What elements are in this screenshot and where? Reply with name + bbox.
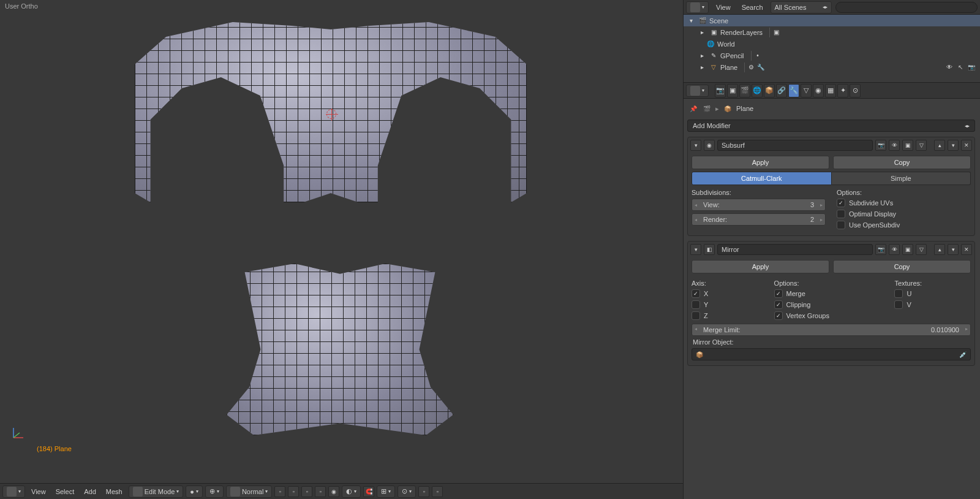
outliner-display-mode[interactable]: All Scenes◂▸ [771, 1, 832, 13]
eyedropper-icon[interactable]: 💉 [958, 349, 968, 359]
pivot-selector[interactable]: ⊕ ▾ [205, 486, 224, 498]
outliner-search-field[interactable] [835, 2, 978, 13]
move-down-button[interactable]: ▾ [948, 244, 959, 255]
render-subdivisions-field[interactable]: Render:2 [692, 213, 826, 226]
simple-option[interactable]: Simple [832, 172, 971, 185]
outliner-menu-search[interactable]: Search [738, 1, 767, 13]
mirror-icon: ◧ [704, 244, 715, 255]
display-editmode-toggle[interactable]: ▣ [902, 140, 913, 151]
select-mode-vertex[interactable]: ▫ [274, 486, 285, 497]
tree-scene[interactable]: ▾ 🎬 Scene [684, 15, 980, 26]
texture-v-checkbox[interactable] [894, 300, 903, 309]
outliner-menu-view[interactable]: View [712, 1, 734, 13]
disclosure-icon[interactable]: ▸ [697, 28, 707, 37]
tab-texture[interactable]: ▦ [825, 84, 836, 97]
breadcrumb-object[interactable]: Plane [736, 105, 753, 112]
collapse-toggle[interactable]: ▾ [690, 244, 701, 255]
properties-editor-type[interactable]: ▾ [686, 85, 709, 97]
close-icon[interactable]: ✕ [961, 244, 972, 255]
apply-button[interactable]: Apply [692, 156, 829, 169]
subdivide-uvs-checkbox[interactable] [837, 199, 845, 207]
tab-renderlayers[interactable]: ▣ [727, 84, 738, 97]
axis-y-checkbox[interactable] [692, 300, 700, 309]
modifier-name-field[interactable]: Mirror [717, 244, 873, 255]
modifier-name-field[interactable]: Subsurf [717, 140, 873, 151]
tab-modifiers[interactable]: 🔧 [788, 84, 799, 97]
display-render-toggle[interactable]: 📷 [875, 140, 886, 151]
tab-constraints[interactable]: 🔗 [776, 84, 787, 97]
outliner-tree[interactable]: ▾ 🎬 Scene ▸ ▣ RenderLayers ▣ 🌐 World ▸ ✎… [684, 15, 980, 82]
axis-x-checkbox[interactable] [692, 289, 700, 298]
disclosure-icon[interactable]: ▸ [697, 63, 707, 72]
camera-icon[interactable]: 📷 [967, 63, 976, 72]
viewport-3d[interactable]: User Ortho (184) Plane [0, 0, 683, 483]
menu-view[interactable]: View [28, 486, 50, 498]
move-up-button[interactable]: ▴ [934, 244, 945, 255]
disclosure-icon[interactable]: ▸ [697, 51, 707, 61]
merge-checkbox[interactable] [774, 289, 783, 298]
copy-button[interactable]: Copy [833, 260, 971, 273]
opensubdiv-checkbox[interactable] [837, 221, 845, 229]
proportional-falloff[interactable]: ◐ ▾ [342, 486, 361, 498]
editor-type-selector[interactable]: ▾ [2, 486, 25, 498]
merge-limit-field[interactable]: Merge Limit:0.010900 [692, 324, 971, 336]
mode-selector[interactable]: Edit Mode▾ [129, 486, 184, 498]
collapse-toggle[interactable]: ▾ [690, 140, 701, 151]
optimal-display-checkbox[interactable] [837, 210, 845, 218]
tab-data[interactable]: ▽ [801, 84, 812, 97]
apply-button[interactable]: Apply [692, 260, 829, 273]
tab-scene[interactable]: 🎬 [739, 84, 750, 97]
tab-object[interactable]: 📦 [764, 84, 775, 97]
display-viewport-toggle[interactable]: 👁 [889, 140, 900, 151]
tree-world[interactable]: 🌐 World [684, 38, 980, 50]
move-up-button[interactable]: ▴ [934, 140, 945, 151]
menu-select[interactable]: Select [52, 486, 78, 498]
menu-mesh[interactable]: Mesh [102, 486, 126, 498]
disclosure-icon[interactable]: ▾ [686, 16, 696, 26]
select-mode-face[interactable]: ▫ [301, 486, 312, 497]
texture-u-checkbox[interactable] [894, 289, 903, 298]
copy-button[interactable]: Copy [833, 156, 971, 169]
tree-renderlayers[interactable]: ▸ ▣ RenderLayers ▣ [684, 26, 980, 38]
cursor-3d-icon [326, 109, 336, 119]
limit-selection-icon[interactable]: ▫ [315, 486, 326, 497]
tab-material[interactable]: ◉ [813, 84, 824, 97]
outliner-editor-type[interactable]: ▾ [686, 1, 709, 13]
cursor-select-icon[interactable]: ↖ [956, 63, 965, 72]
texture-u-label: U [907, 290, 911, 297]
opengl-render-anim-icon[interactable]: ▫ [432, 486, 443, 497]
viewport-shading-selector[interactable]: ● ▾ [186, 486, 203, 498]
menu-add[interactable]: Add [80, 486, 100, 498]
clipping-checkbox[interactable] [774, 300, 783, 309]
tab-particles[interactable]: ✦ [837, 84, 848, 97]
snap-element[interactable]: ⊞ ▾ [377, 486, 395, 498]
catmull-clark-option[interactable]: Catmull-Clark [692, 172, 832, 185]
select-mode-edge[interactable]: ▫ [288, 486, 299, 497]
display-render-toggle[interactable]: 📷 [875, 244, 886, 255]
tab-render[interactable]: 📷 [715, 84, 726, 97]
axis-z-checkbox[interactable] [692, 311, 700, 320]
subdivide-uvs-label: Subdivide UVs [849, 199, 893, 207]
vertex-groups-checkbox[interactable] [774, 311, 783, 320]
view-subdivisions-field[interactable]: View:3 [692, 199, 826, 211]
viewport-object-info: (184) Plane [37, 445, 72, 452]
close-icon[interactable]: ✕ [961, 140, 972, 151]
tree-gpencil[interactable]: ▸ ✎ GPencil • [684, 50, 980, 61]
pin-icon[interactable]: 📌 [688, 104, 698, 113]
transform-orientation[interactable]: Normal▾ [226, 486, 272, 498]
tab-world[interactable]: 🌐 [752, 84, 763, 97]
tree-plane[interactable]: ▸ ▽ Plane ⚙ 🔧 👁 ↖ 📷 [684, 61, 980, 73]
snap-target[interactable]: ⊙ ▾ [398, 486, 416, 498]
snap-toggle[interactable]: 🧲 [363, 486, 374, 497]
add-modifier-dropdown[interactable]: Add Modifier ◂▸ [687, 120, 975, 132]
proportional-edit-toggle[interactable]: ◉ [328, 486, 339, 497]
move-down-button[interactable]: ▾ [948, 140, 959, 151]
display-editmode-toggle[interactable]: ▣ [902, 244, 913, 255]
mirror-object-field[interactable]: 📦 💉 [692, 348, 971, 360]
display-cage-toggle[interactable]: ▽ [916, 140, 927, 151]
opengl-render-icon[interactable]: ▫ [418, 486, 429, 497]
tab-physics[interactable]: ⊙ [850, 84, 861, 97]
eye-icon[interactable]: 👁 [944, 63, 954, 72]
display-cage-toggle[interactable]: ▽ [916, 244, 927, 255]
display-viewport-toggle[interactable]: 👁 [889, 244, 900, 255]
